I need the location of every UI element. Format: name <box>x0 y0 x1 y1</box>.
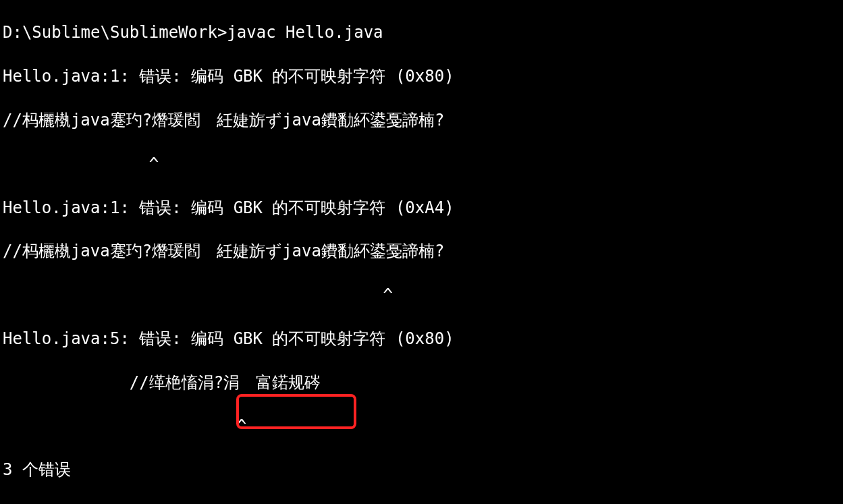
error-2-header: Hello.java:1: 错误: 编码 GBK 的不可映射字符 (0xA4) <box>3 197 840 219</box>
error-3-garbled: //缂栬慉涓?涓 富鍩规硶 <box>3 372 840 393</box>
caret-line-2: ^ <box>3 284 840 306</box>
error-summary: 3 个错误 <box>3 459 840 480</box>
terminal-output[interactable]: D:\Sublime\SublimeWork>javac Hello.java … <box>0 0 843 504</box>
command: javac Hello.java <box>227 23 383 42</box>
prompt-line-1: D:\Sublime\SublimeWork>javac Hello.java <box>3 22 840 43</box>
caret-line-1: ^ <box>3 153 840 175</box>
error-1-header: Hello.java:1: 错误: 编码 GBK 的不可映射字符 (0x80) <box>3 65 840 87</box>
error-2-garbled: //杩欐槸java蹇玓?熸瑗閻 紝婕旂ずjava鐨勫紑鍙戞諦楠? <box>3 240 840 262</box>
error-1-garbled: //杩欐槸java蹇玓?熸瑗閻 紝婕旂ずjava鐨勫紑鍙戞諦楠? <box>3 109 840 131</box>
error-3-header: Hello.java:5: 错误: 编码 GBK 的不可映射字符 (0x80) <box>3 328 840 349</box>
prompt: D:\Sublime\SublimeWork> <box>3 23 227 42</box>
caret-line-3: ^ <box>3 415 840 437</box>
